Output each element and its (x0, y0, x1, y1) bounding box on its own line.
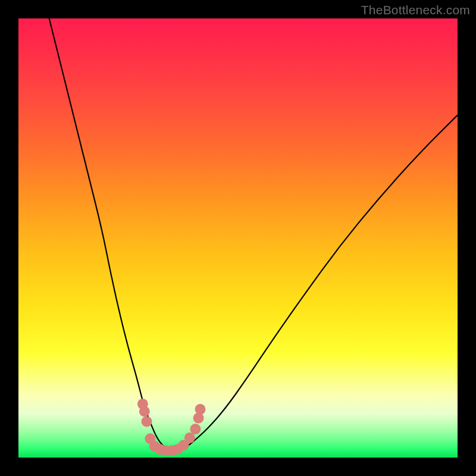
plot-area (18, 18, 458, 458)
highlight-point (190, 424, 201, 434)
watermark-text: TheBottleneck.com (361, 3, 470, 17)
bottleneck-curve (49, 18, 458, 450)
chart-frame: TheBottleneck.com (0, 0, 476, 476)
highlight-point (195, 404, 206, 415)
highlight-point (184, 433, 195, 443)
bottleneck-curve-path (49, 18, 458, 450)
highlight-point (142, 416, 152, 427)
highlight-point (139, 406, 150, 417)
highlight-markers (137, 399, 206, 456)
chart-svg (18, 18, 458, 458)
